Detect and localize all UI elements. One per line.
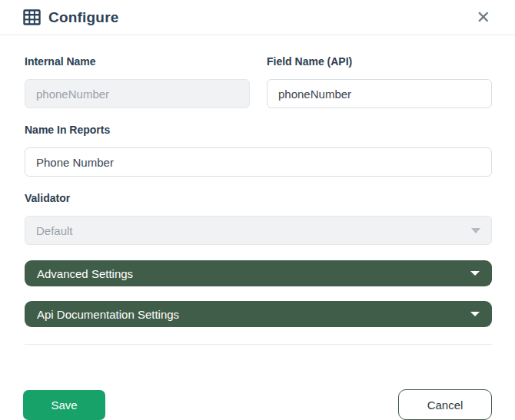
field-name-in-reports: Name In Reports <box>25 124 492 177</box>
field-internal-name: Internal Name <box>25 55 250 108</box>
field-validator: Validator Default <box>25 192 492 245</box>
chevron-down-icon <box>470 312 480 316</box>
save-button[interactable]: Save <box>23 390 105 420</box>
advanced-settings-label: Advanced Settings <box>37 267 133 280</box>
name-in-reports-label: Name In Reports <box>25 124 492 136</box>
field-field-name-api: Field Name (API) <box>267 55 492 108</box>
modal-body: Internal Name Field Name (API) Name In R… <box>0 35 515 371</box>
internal-name-input <box>25 79 250 108</box>
configure-modal: Configure ✕ Internal Name Field Name (AP… <box>0 0 515 420</box>
validator-label: Validator <box>25 192 492 204</box>
advanced-settings-accordion[interactable]: Advanced Settings <box>25 260 492 286</box>
modal-header: Configure ✕ <box>0 0 515 35</box>
api-documentation-settings-accordion[interactable]: Api Documentation Settings <box>25 301 492 327</box>
form-row-names: Internal Name Field Name (API) <box>25 55 492 124</box>
internal-name-label: Internal Name <box>25 55 250 68</box>
field-name-api-label: Field Name (API) <box>267 55 492 68</box>
validator-selected-value: Default <box>36 224 73 237</box>
select-chevron-down-icon <box>471 228 480 233</box>
modal-footer: Save Cancel <box>0 371 515 420</box>
validator-select: Default <box>25 216 492 245</box>
close-icon[interactable]: ✕ <box>473 8 493 28</box>
modal-title: Configure <box>48 9 119 26</box>
field-name-api-input[interactable] <box>267 79 492 108</box>
chevron-down-icon <box>470 271 480 276</box>
table-grid-icon <box>23 9 41 25</box>
api-documentation-settings-label: Api Documentation Settings <box>37 308 179 321</box>
name-in-reports-input[interactable] <box>25 147 492 177</box>
cancel-button[interactable]: Cancel <box>398 389 492 420</box>
footer-divider <box>25 344 492 345</box>
